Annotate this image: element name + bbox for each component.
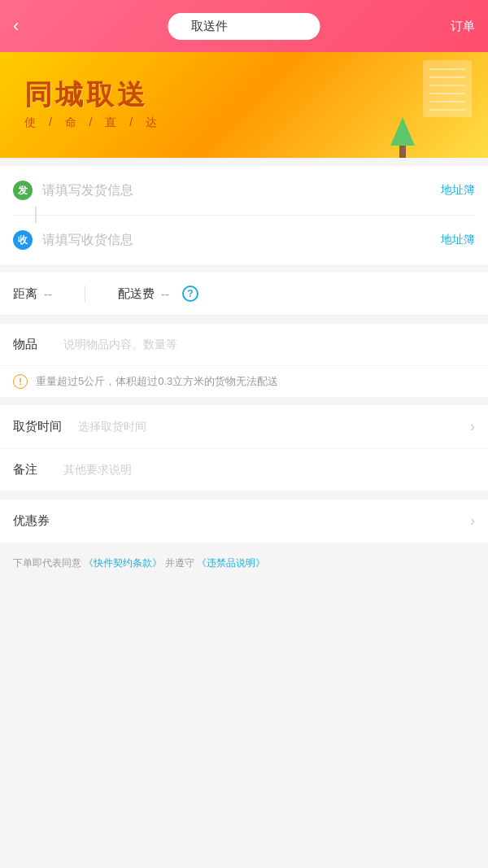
pickup-time-label: 取货时间 [13,419,78,434]
goods-row[interactable]: 物品 说明物品内容、数量等 [0,324,488,366]
tree-decoration [390,117,415,158]
receiver-address-book-link[interactable]: 地址簿 [441,233,475,247]
warning-row: ! 重量超过5公斤，体积超过0.3立方米的货物无法配送 [0,366,488,397]
distance-fee-separator [85,286,85,302]
goods-section: 物品 说明物品内容、数量等 ! 重量超过5公斤，体积超过0.3立方米的货物无法配… [0,324,488,397]
banner-text: 同城取送 使 / 命 / 直 / 达 [24,80,162,129]
remark-label: 备注 [13,462,54,478]
receiver-placeholder: 请填写收货信息 [42,232,441,249]
fee-label: 配送费 [118,286,155,302]
sender-placeholder: 请填写发货信息 [42,182,441,199]
goods-input[interactable]: 说明物品内容、数量等 [63,338,475,352]
pickup-time-section[interactable]: 取货时间 选择取货时间 › [0,405,488,449]
fee-help-icon[interactable]: ? [182,286,198,302]
sender-row[interactable]: 发 请填写发货信息 地址簿 [13,166,475,216]
address-section: 发 请填写发货信息 地址簿 收 请填写收货信息 地址簿 [0,166,488,264]
sender-badge: 发 [13,181,33,200]
pickup-time-placeholder: 选择取货时间 [78,420,470,434]
tab-shopping[interactable]: 代购 [251,13,320,40]
footer-prefix: 下单即代表同意 [13,557,81,569]
building-icon [423,60,472,117]
remark-input[interactable]: 其他要求说明 [63,463,475,478]
banner: 同城取送 使 / 命 / 直 / 达 [0,52,488,158]
warning-icon: ! [13,374,28,389]
tree-top-icon [390,117,415,146]
header: ‹ 取送件 代购 订单 [0,0,488,52]
back-button[interactable]: ‹ [13,15,42,37]
footer-middle: 并遵守 [165,557,194,569]
distance-item: 距离 -- [13,286,52,302]
sender-address-book-link[interactable]: 地址簿 [441,183,475,198]
tab-group: 取送件 代购 [168,13,320,40]
banner-decoration [423,60,472,117]
distance-fee-section: 距离 -- 配送费 -- ? [0,273,488,316]
banner-main-text: 同城取送 [24,80,162,110]
remark-section[interactable]: 备注 其他要求说明 [0,449,488,491]
coupon-label: 优惠券 [13,513,62,529]
coupon-section[interactable]: 优惠券 › [0,499,488,543]
warning-text: 重量超过5公斤，体积超过0.3立方米的货物无法配送 [36,374,278,389]
footer-link-contract[interactable]: 《快件契约条款》 [84,557,162,569]
distance-label: 距离 [13,286,37,302]
tab-delivery[interactable]: 取送件 [168,13,251,40]
tree-trunk-icon [399,146,406,158]
distance-value: -- [44,287,52,301]
footer-link-prohibited[interactable]: 《违禁品说明》 [197,557,265,569]
receiver-badge: 收 [13,230,33,250]
coupon-chevron-icon: › [470,513,475,530]
pickup-time-chevron-icon: › [470,418,475,435]
order-link[interactable]: 订单 [451,19,475,34]
banner-sub-text: 使 / 命 / 直 / 达 [24,116,162,130]
fee-value: -- [161,287,169,301]
fee-item: 配送费 -- ? [118,286,198,302]
goods-label: 物品 [13,337,54,352]
receiver-row[interactable]: 收 请填写收货信息 地址簿 [13,216,475,264]
footer-terms: 下单即代表同意 《快件契约条款》 并遵守 《违禁品说明》 [0,543,488,591]
